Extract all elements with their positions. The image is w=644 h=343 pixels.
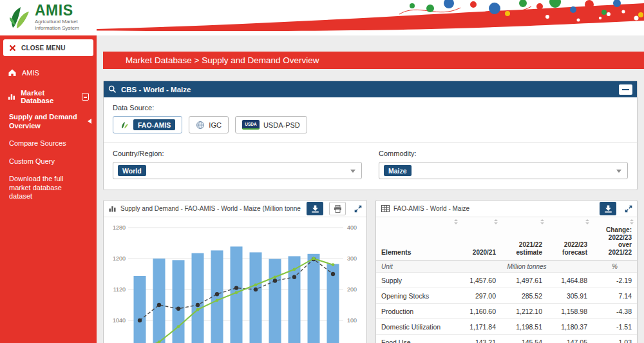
element-cell: Production [376, 304, 461, 319]
download-icon [604, 205, 612, 213]
svg-text:1120: 1120 [113, 286, 126, 293]
element-cell: Opening Stocks [376, 288, 461, 304]
sort-icon [540, 219, 544, 224]
page: AMIS Agricultural Market Information Sys… [0, 0, 644, 343]
sidebar-item-label: Compare Sources [9, 139, 66, 147]
filter-panel-body: Data Source: FAO-AMIS [104, 97, 637, 190]
change-cell: -2.19 [592, 273, 637, 288]
table-row: Domestic Utilization 1,171.84 1,198.51 1… [376, 319, 637, 335]
chevron-down-icon [350, 170, 355, 173]
source-button-igc[interactable]: IGC [189, 116, 229, 133]
search-icon [108, 85, 117, 93]
value-cell: 1,464.88 [547, 273, 592, 288]
sidebar-item-label: Supply and Demand Overview [9, 113, 77, 130]
supply-demand-chart: 1280120011201040400300200100 [104, 220, 366, 343]
chevron-down-icon [616, 170, 621, 173]
value-cell: 297.00 [461, 288, 501, 304]
top-header: AMIS Agricultural Market Information Sys… [0, 0, 644, 35]
commodity-selected-tag: Maize [384, 165, 412, 176]
country-region-select[interactable]: World [113, 162, 362, 179]
supply-demand-table: Elements 2020/21 2021/22 estimate 2022/2… [376, 217, 637, 343]
value-cell: 1,158.98 [547, 304, 592, 319]
divider [104, 142, 637, 142]
source-button-fao-amis[interactable]: FAO-AMIS [113, 116, 182, 133]
country-selected-tag: World [118, 165, 146, 176]
supply-demand-chart-panel: Supply and Demand - FAO-AMIS - World - M… [103, 200, 367, 343]
column-header-2022-23[interactable]: 2022/23 forecast [547, 217, 592, 260]
breadcrumb: Market Database > Supply and Demand Over… [103, 52, 644, 69]
svg-text:1280: 1280 [113, 224, 126, 231]
download-chart-button[interactable] [307, 202, 323, 215]
value-cell: 1,497.61 [501, 273, 547, 288]
column-header-elements[interactable]: Elements [376, 217, 461, 260]
unit-label: Unit [376, 260, 461, 273]
print-chart-button[interactable] [329, 202, 346, 215]
sidebar-item-custom-query[interactable]: Custom Query [0, 153, 97, 171]
element-cell: Food Use [376, 335, 461, 343]
cbs-filter-panel: CBS - World - Maize Data Source: FAO-AMI… [103, 81, 638, 190]
filter-panel-header: CBS - World - Maize [104, 81, 637, 97]
expand-chart-button[interactable] [352, 202, 365, 215]
table-panel-title: FAO-AMIS - World - Maize [393, 205, 594, 212]
sidebar-item-supply-and-demand-overview[interactable]: Supply and Demand Overview [0, 110, 97, 135]
table-panel-header: FAO-AMIS - World - Maize [376, 201, 637, 217]
table-row: Opening Stocks 297.00 285.52 305.91 7.14 [376, 288, 637, 304]
sidebar-item-download-dataset[interactable]: Download the full market database datase… [0, 170, 97, 206]
country-region-label: Country/Region: [113, 150, 362, 157]
element-cell: Domestic Utilization [376, 319, 461, 335]
close-menu-button[interactable]: CLOSE MENU [3, 39, 93, 56]
svg-text:200: 200 [347, 286, 357, 293]
chart-icon [109, 205, 117, 212]
expand-icon [624, 204, 633, 213]
sidebar-item-compare-sources[interactable]: Compare Sources [0, 135, 97, 153]
commodity-select[interactable]: Maize [379, 162, 628, 179]
value-cell: 1,198.51 [501, 319, 547, 335]
sidebar-item-amis-home[interactable]: AMIS [0, 63, 97, 83]
bar-chart-icon [8, 93, 15, 101]
value-cell: 145.54 [501, 335, 547, 343]
sidebar-item-label: Custom Query [9, 157, 55, 165]
active-item-arrow-icon [88, 119, 91, 124]
sidebar-item-label: Market Database [21, 89, 76, 104]
collapse-section-icon[interactable] [82, 93, 89, 101]
data-source-buttons: FAO-AMIS IGC USDA USDA-PSD [113, 116, 628, 133]
filter-panel-title: CBS - World - Maize [121, 86, 191, 93]
svg-text:1200: 1200 [113, 255, 126, 262]
amis-logo-icon [6, 3, 31, 30]
sort-icon [630, 219, 634, 224]
home-icon [8, 68, 17, 77]
data-source-label: Data Source: [113, 104, 628, 112]
usda-logo: USDA [242, 120, 260, 130]
unit-tonnes: Million tonnes [461, 260, 592, 273]
value-cell: 143.21 [461, 335, 501, 343]
header-banner-graphic [97, 0, 644, 35]
amis-logo: AMIS Agricultural Market Information Sys… [6, 3, 79, 31]
value-cell: 147.05 [547, 335, 592, 343]
expand-icon [354, 204, 363, 213]
data-table-panel: FAO-AMIS - World - Maize [375, 200, 638, 343]
main-content: Market Database > Supply and Demand Over… [97, 35, 644, 343]
print-icon [334, 205, 342, 213]
column-header-2020-21[interactable]: 2020/21 [461, 217, 501, 260]
download-table-button[interactable] [600, 202, 616, 215]
breadcrumb-text: Market Database > Supply and Demand Over… [126, 55, 319, 65]
svg-text:100: 100 [347, 317, 357, 324]
value-cell: 285.52 [501, 288, 547, 304]
column-header-change[interactable]: Change: 2022/23 over 2021/22 [592, 217, 637, 260]
table-header-row: Elements 2020/21 2021/22 estimate 2022/2… [376, 217, 637, 260]
table-row: Food Use 143.21 145.54 147.05 1.03 [376, 335, 637, 343]
chart-panel-header: Supply and Demand - FAO-AMIS - World - M… [104, 201, 366, 217]
source-label: USDA-PSD [263, 121, 300, 129]
value-cell: 1,457.60 [461, 273, 501, 288]
source-button-usda-psd[interactable]: USDA USDA-PSD [235, 116, 307, 133]
logo-subtitle: Agricultural Market Information System [35, 19, 79, 31]
sidebar: CLOSE MENU AMIS Market Database Supply a… [0, 35, 97, 343]
svg-text:400: 400 [347, 224, 357, 231]
column-header-2021-22[interactable]: 2021/22 estimate [501, 217, 547, 260]
svg-text:300: 300 [347, 255, 357, 262]
collapse-panel-button[interactable] [619, 84, 632, 95]
unit-row: Unit Million tonnes % [376, 260, 637, 273]
expand-table-button[interactable] [622, 202, 635, 215]
source-label: FAO-AMIS [133, 119, 175, 130]
sidebar-item-market-database[interactable]: Market Database [0, 83, 97, 110]
